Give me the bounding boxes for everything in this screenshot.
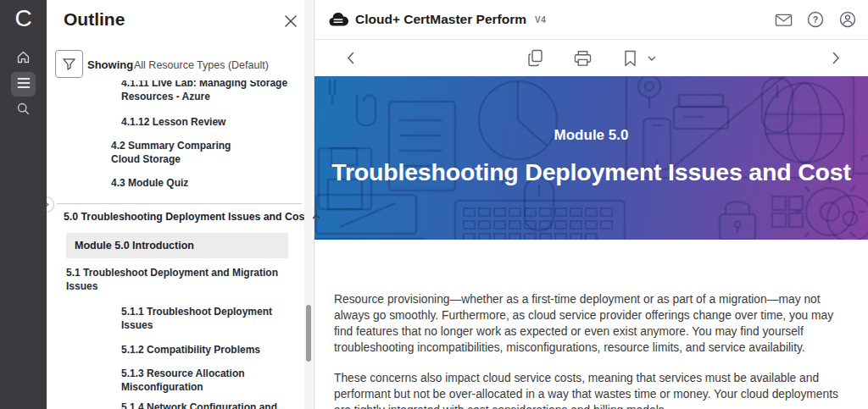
next-page-button[interactable] — [826, 48, 846, 69]
lesson-body: Resource provisioning—whether as a first… — [314, 240, 868, 409]
copy-icon — [527, 49, 543, 67]
chevron-left-icon — [347, 52, 354, 64]
brand: Cloud+ CertMaster Perform V4 — [328, 12, 546, 27]
outline-item[interactable]: 4.2 Summary Comparing Cloud Storage — [111, 139, 257, 166]
outline-section-header[interactable]: 5.0 Troubleshooting Deployment Issues an… — [64, 211, 320, 223]
outline-item[interactable]: 5.1.2 Compatibility Problems — [121, 343, 308, 356]
search-button[interactable] — [11, 98, 36, 123]
outline-title: Outline — [64, 9, 125, 30]
messages-button[interactable] — [773, 9, 793, 30]
account-button[interactable] — [837, 9, 858, 30]
outline-menu-button[interactable] — [11, 72, 36, 97]
outline-item[interactable]: 4.3 Module Quiz — [111, 176, 298, 190]
main-content-area: Cloud+ CertMaster Perform V4 ? — [314, 0, 868, 409]
app-header: Cloud+ CertMaster Perform V4 ? — [314, 0, 868, 40]
svg-text:?: ? — [813, 14, 818, 25]
outline-item[interactable]: 5.1.1 Troubleshoot Deployment Issues — [121, 305, 275, 332]
app-logo: C — [0, 5, 47, 32]
outline-item[interactable]: 5.1.4 Network Configuration and — [121, 401, 316, 409]
help-icon: ? — [807, 11, 824, 28]
bookmark-icon — [624, 50, 637, 67]
copy-button[interactable] — [525, 48, 545, 69]
close-outline-button[interactable] — [283, 14, 300, 30]
outline-panel: 4.1.11 Live Lab: Managing Storage Resour… — [47, 0, 314, 409]
outline-panel-header: Outline Showing All Resource Types (Defa… — [47, 0, 314, 80]
mail-icon — [775, 13, 793, 27]
previous-page-button[interactable] — [340, 48, 360, 69]
section-header-label: 5.0 Troubleshooting Deployment Issues an… — [64, 211, 308, 223]
menu-icon — [17, 77, 31, 92]
cloud-plus-logo-icon — [328, 12, 348, 27]
print-icon — [574, 50, 592, 67]
filter-value: All Resource Types (Default) — [134, 59, 269, 71]
outline-item[interactable]: 5.1 Troubleshoot Deployment and Migratio… — [66, 266, 283, 293]
lesson-toolbar — [314, 40, 868, 76]
close-icon — [283, 14, 298, 29]
bookmark-button[interactable] — [620, 48, 640, 69]
chevron-down-icon — [648, 56, 656, 61]
left-nav-rail: C — [0, 0, 47, 409]
filter-funnel-icon — [62, 57, 76, 71]
module-title: Troubleshooting Deployment Issues and Co… — [314, 158, 868, 186]
outline-item-current[interactable]: Module 5.0 Introduction — [66, 233, 288, 258]
home-button[interactable] — [11, 47, 36, 71]
version-badge: V4 — [535, 15, 546, 25]
module-label: Module 5.0 — [314, 127, 868, 144]
chevron-right-icon — [832, 52, 840, 64]
chevron-up-icon — [312, 214, 320, 219]
lesson-paragraph: Resource provisioning—whether as a first… — [334, 291, 846, 356]
showing-label: Showing — [87, 58, 133, 71]
outline-item[interactable]: 4.1.12 Lesson Review — [121, 115, 308, 129]
home-icon — [16, 50, 31, 68]
outline-scrollbar-track[interactable] — [304, 0, 313, 409]
help-button[interactable]: ? — [805, 9, 826, 30]
bookmark-dropdown-button[interactable] — [646, 48, 658, 69]
product-title: Cloud+ CertMaster Perform — [355, 12, 526, 27]
account-icon — [839, 11, 856, 28]
search-icon — [16, 102, 31, 119]
module-banner: Module 5.0 Troubleshooting Deployment Is… — [314, 76, 868, 240]
filter-button[interactable] — [55, 50, 83, 78]
outline-item[interactable]: 5.1.3 Resource Allocation Misconfigurati… — [121, 367, 255, 394]
outline-section-divider — [57, 203, 302, 204]
lesson-paragraph: These concerns also impact cloud service… — [334, 370, 846, 409]
print-button[interactable] — [572, 48, 593, 69]
outline-scrollbar-thumb[interactable] — [306, 305, 311, 362]
